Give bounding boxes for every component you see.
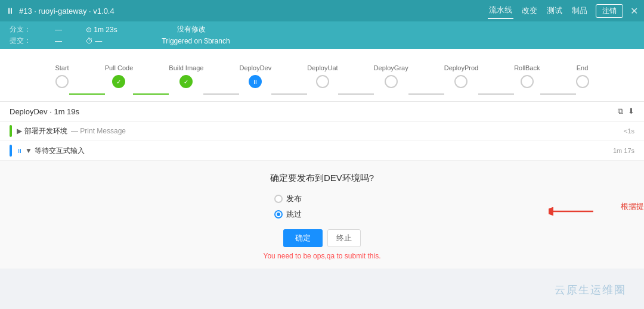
commit-label: 提交： xyxy=(10,36,31,46)
step-buildimage-label: Build Image xyxy=(169,64,203,71)
connector-4 xyxy=(271,93,307,95)
commit-value: — xyxy=(55,37,62,45)
dialog-container: 确定要发布到DEV环境吗? 发布 跳过 确定 终止 You need to be… xyxy=(0,173,644,260)
step-deployuat[interactable]: DeployUat xyxy=(307,64,338,88)
task2-pause-icon: ⏸ xyxy=(17,148,23,154)
dialog-inner: 确定要发布到DEV环境吗? 发布 跳过 确定 终止 You need to be… xyxy=(263,173,380,260)
connector-6 xyxy=(408,93,444,95)
branch-value: — xyxy=(55,26,62,34)
task2-time: 1m 17s xyxy=(613,147,634,154)
annotation-text: 根据提示可以看出不允许提交 xyxy=(621,201,644,212)
deploy-actions: ⧉ ⬇ xyxy=(618,107,634,116)
step-deploygray-circle xyxy=(385,75,398,88)
tab-artifacts[interactable]: 制品 xyxy=(571,3,589,18)
arrow-annotation: 根据提示可以看出不允许提交 xyxy=(549,202,596,220)
pipeline-steps: Start Pull Code ✓ Build Image ✓ DeployDe… xyxy=(0,58,644,94)
pipeline-area: Start Pull Code ✓ Build Image ✓ DeployDe… xyxy=(0,49,644,102)
step-buildimage-circle: ✓ xyxy=(179,75,193,88)
step-start[interactable]: Start xyxy=(55,64,69,88)
pause-icon: ⏸ xyxy=(6,6,14,15)
tab-changes[interactable]: 改变 xyxy=(521,3,538,18)
task1-status-bar xyxy=(10,125,12,137)
task-row-2: ⏸ ▼ 等待交互式输入 1m 17s xyxy=(0,141,644,161)
pipeline-title: #13 · ruoyi-gateway · v1.0.4 xyxy=(19,7,114,15)
close-button[interactable]: ✕ xyxy=(630,5,638,17)
dialog-area: 确定要发布到DEV环境吗? 发布 跳过 确定 终止 You need to be… xyxy=(0,161,644,269)
branch-label: 分支： xyxy=(10,24,31,35)
step-end[interactable]: End xyxy=(576,64,589,88)
top-bar-right: 流水线 改变 测试 制品 注销 ✕ xyxy=(488,2,638,19)
step-rollback-label: RollBack xyxy=(514,64,540,71)
step-buildimage[interactable]: Build Image ✓ xyxy=(169,64,203,88)
task1-sub: — Print Message xyxy=(71,127,126,135)
deploy-section: DeployDev · 1m 19s ⧉ ⬇ ▶ 部署开发环境 — Print … xyxy=(0,102,644,269)
step-deploydev[interactable]: DeployDev ⏸ xyxy=(239,64,271,88)
step-deploygray-label: DeployGray xyxy=(374,64,408,71)
step-pullcode-label: Pull Code xyxy=(105,64,134,71)
stop-button[interactable]: 终止 xyxy=(327,229,361,247)
task1-name: 部署开发环境 xyxy=(24,126,67,136)
top-bar: ⏸ #13 · ruoyi-gateway · v1.0.4 流水线 改变 测试… xyxy=(0,0,644,21)
connector-2 xyxy=(133,93,169,95)
tab-test[interactable]: 测试 xyxy=(546,3,564,18)
task1-chevron[interactable]: ▶ xyxy=(17,127,22,135)
task2-status-bar xyxy=(10,145,12,157)
step-pullcode[interactable]: Pull Code ✓ xyxy=(105,64,134,88)
step-deployprod-circle xyxy=(454,75,467,88)
deploy-header: DeployDev · 1m 19s ⧉ ⬇ xyxy=(0,102,644,121)
task2-name: 等待交互式输入 xyxy=(35,146,85,156)
step-deployprod-label: DeployProd xyxy=(444,64,478,71)
task2-chevron[interactable]: ▼ xyxy=(25,146,32,155)
watermark: 云原生运维圈 xyxy=(555,283,626,297)
radio-publish-label: 发布 xyxy=(286,193,302,204)
radio-skip-label: 跳过 xyxy=(286,209,302,220)
step-start-label: Start xyxy=(55,64,69,71)
step-deployprod[interactable]: DeployProd xyxy=(444,64,478,88)
connector-8 xyxy=(540,93,576,95)
radio-group: 发布 跳过 xyxy=(274,193,370,220)
step-deployuat-label: DeployUat xyxy=(307,64,338,71)
confirm-button[interactable]: 确定 xyxy=(283,229,323,247)
sub-bar: 分支： — ⊙ 1m 23s 没有修改 提交： — ⏱ — Triggered … xyxy=(0,21,644,49)
connector-7 xyxy=(478,93,514,95)
radio-skip-circle xyxy=(274,210,283,219)
status2: Triggered on $branch xyxy=(162,37,230,45)
connector-3 xyxy=(203,93,239,95)
clock-value: ⏱ — xyxy=(86,37,102,45)
duration-value: ⊙ 1m 23s xyxy=(86,26,117,34)
radio-option-publish[interactable]: 发布 xyxy=(274,193,370,204)
step-deploydev-label: DeployDev xyxy=(239,64,271,71)
dialog-warning: You need to be ops,qa to submit this. xyxy=(263,252,380,260)
download-icon[interactable]: ⬇ xyxy=(628,107,634,116)
login-button[interactable]: 注销 xyxy=(596,4,623,18)
deploy-title: DeployDev · 1m 19s xyxy=(10,107,79,116)
tab-pipeline[interactable]: 流水线 xyxy=(488,2,513,19)
step-deploydev-circle: ⏸ xyxy=(249,75,262,88)
external-link-icon[interactable]: ⧉ xyxy=(618,107,623,116)
status1: 没有修改 xyxy=(177,24,206,35)
step-end-label: End xyxy=(577,64,589,71)
step-deployuat-circle xyxy=(316,75,329,88)
step-start-circle xyxy=(55,75,69,88)
connector-5 xyxy=(338,93,374,95)
task-row-1: ▶ 部署开发环境 — Print Message <1s xyxy=(0,121,644,141)
step-end-circle xyxy=(576,75,589,88)
radio-publish-circle xyxy=(274,195,283,203)
dialog-buttons: 确定 终止 xyxy=(283,229,361,247)
step-rollback[interactable]: RollBack xyxy=(514,64,540,88)
dialog-title: 确定要发布到DEV环境吗? xyxy=(270,173,374,184)
step-rollback-circle xyxy=(521,75,534,88)
top-bar-left: ⏸ #13 · ruoyi-gateway · v1.0.4 xyxy=(6,6,114,15)
step-pullcode-circle: ✓ xyxy=(112,75,125,88)
radio-option-skip[interactable]: 跳过 xyxy=(274,209,370,220)
connector-1 xyxy=(69,93,105,95)
task1-time: <1s xyxy=(624,127,634,135)
step-deploygray[interactable]: DeployGray xyxy=(374,64,408,88)
arrow-svg xyxy=(549,202,596,220)
